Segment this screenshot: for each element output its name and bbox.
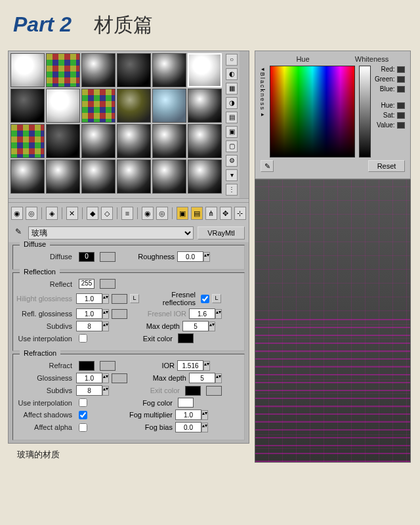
material-slot[interactable] [81,159,116,194]
sample-cyl-icon[interactable]: ◐ [226,68,238,80]
nav-icon[interactable]: ⊹ [234,207,246,220]
maxdepth-input[interactable] [182,321,209,331]
hue-field[interactable] [270,66,355,158]
fogcolor-swatch[interactable] [178,398,194,408]
reflect-map-slot[interactable] [100,279,116,289]
diffuse-map-slot[interactable] [100,252,116,262]
material-slot[interactable] [152,53,186,87]
material-slot[interactable] [117,53,151,87]
gloss-input[interactable] [76,373,102,383]
material-slot[interactable] [188,159,222,194]
material-slot[interactable] [188,89,222,123]
value-chip[interactable] [397,122,405,129]
viewport[interactable] [255,179,411,463]
material-slot[interactable] [10,159,45,194]
lock-button[interactable]: L [212,294,221,303]
ior-input[interactable] [177,360,203,371]
eyedropper-button[interactable]: ✎ [261,160,274,172]
background-icon[interactable]: ▤ [226,112,238,123]
spinner-icon[interactable]: ▴▾ [102,294,109,304]
spinner-icon[interactable]: ▴▾ [215,309,222,319]
map-slot[interactable] [206,386,222,396]
material-slot[interactable] [117,159,151,194]
maxdepth-input[interactable] [189,373,215,383]
material-slot[interactable] [81,124,116,158]
hilight-input[interactable] [76,293,102,304]
affshad-checkbox[interactable] [79,411,87,419]
sat-chip[interactable] [397,112,405,119]
useinterp-checkbox[interactable] [79,334,87,343]
map-slot[interactable] [112,373,127,383]
material-slot[interactable] [81,53,116,87]
material-slot[interactable] [188,124,222,158]
material-slot[interactable] [10,124,45,158]
material-type-button[interactable]: VRayMtl [198,226,245,240]
material-slot[interactable] [46,89,80,123]
red-chip[interactable] [397,66,405,73]
hue-chip[interactable] [397,102,405,109]
sibling-icon[interactable]: ⋔ [205,207,217,220]
spinner-icon[interactable]: ▴▾ [102,386,109,396]
spinner-icon[interactable]: ▴▾ [201,423,208,432]
select-icon[interactable]: ▾ [226,169,238,181]
material-slot[interactable] [152,89,186,123]
get-material-icon[interactable]: ◉ [11,207,23,220]
material-slot[interactable] [117,124,151,158]
map-slot[interactable] [112,294,127,304]
spinner-icon[interactable]: ▴▾ [209,322,215,331]
fresnel-checkbox[interactable] [201,295,209,303]
material-slot[interactable] [117,89,151,123]
uv-icon[interactable]: ▣ [226,126,238,138]
backlight-icon[interactable]: ◑ [226,97,238,109]
useinterp-checkbox[interactable] [79,398,87,407]
put-to-lib-icon[interactable]: ◇ [101,207,113,220]
material-slot[interactable] [46,159,80,194]
show-map-icon[interactable]: ◉ [142,207,154,220]
video-icon[interactable]: ▢ [226,140,238,152]
sample-sphere-icon[interactable]: ○ [226,54,238,66]
material-slot[interactable] [46,124,80,158]
subdivs-input[interactable] [76,385,102,396]
spinner-icon[interactable]: ▴▾ [203,252,210,262]
exitcolor-swatch[interactable] [178,333,194,343]
spinner-icon[interactable]: ▴▾ [102,309,109,319]
material-slot[interactable] [46,53,80,87]
spinner-icon[interactable]: ▴▾ [102,373,109,383]
options-icon[interactable]: ⚙ [226,155,238,167]
roughness-input[interactable] [177,251,203,262]
pick-icon[interactable]: ✥ [220,207,232,220]
go-forward-icon[interactable]: ▤ [191,207,203,220]
material-slot[interactable] [152,159,186,194]
spinner-icon[interactable]: ▴▾ [215,373,222,383]
material-slot-active[interactable] [188,53,222,87]
material-slot[interactable] [81,89,116,123]
map-slot[interactable] [112,309,127,319]
assign-icon[interactable]: ◈ [46,207,58,220]
subdivs-input[interactable] [76,321,102,331]
diffuse-swatch[interactable]: 0 [79,252,94,262]
put-to-scene-icon[interactable]: ◎ [26,207,37,220]
lock-button[interactable]: L [130,294,139,303]
exitcolor-swatch[interactable] [185,386,201,396]
more-icon[interactable]: ⋮ [226,184,238,196]
material-name-select[interactable]: 玻璃 [28,226,194,240]
refract-swatch[interactable] [79,361,94,371]
fresnelior-input[interactable] [189,308,215,319]
fogbias-input[interactable] [175,422,201,432]
material-slot[interactable] [10,53,45,87]
reflect-swatch[interactable]: 255 [79,279,94,289]
green-chip[interactable] [397,76,405,83]
blue-chip[interactable] [397,86,405,93]
checker-bg-icon[interactable]: ▦ [226,83,238,94]
make-unique-icon[interactable]: ◆ [87,207,98,220]
material-slot[interactable] [10,89,45,123]
fogmult-input[interactable] [175,410,201,420]
reset-button[interactable]: Reset [368,160,405,172]
go-parent-icon[interactable]: ▣ [177,207,188,220]
reflgloss-input[interactable] [76,308,102,319]
show-end-icon[interactable]: ◎ [156,207,168,220]
material-slot[interactable] [152,124,186,158]
spinner-icon[interactable]: ▴▾ [203,361,210,371]
affalpha-checkbox[interactable] [79,423,87,432]
delete-icon[interactable]: ✕ [66,207,78,220]
